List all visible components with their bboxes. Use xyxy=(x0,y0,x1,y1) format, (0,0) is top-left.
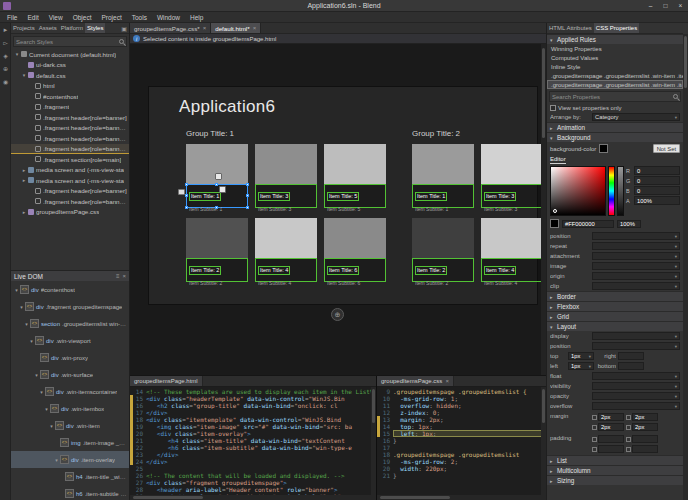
item-overlay[interactable]: Item Title: 2Item Subtitle: 2 xyxy=(186,258,248,282)
code-horizontal-scrollbar[interactable] xyxy=(377,495,546,500)
property-input[interactable]: 1px▾ xyxy=(568,352,594,360)
item-tile[interactable]: Item Title: 1Item Subtitle: 1 xyxy=(186,144,248,208)
styles-tree-item[interactable]: .fragment header[role=banner] xyxy=(11,186,129,197)
live-dom-item[interactable]: <>h4.item-title _win_bind2 xyxy=(11,468,129,485)
applied-rule-item[interactable]: .groupeditemspage .groupeditemslist .win… xyxy=(547,80,683,89)
code-line[interactable]: 21 <h4 class="item-title" data-win-bind=… xyxy=(130,437,376,444)
chevron-down-icon[interactable]: ▾ xyxy=(33,372,40,378)
scrollbar-thumb[interactable] xyxy=(542,48,545,138)
item-tile[interactable]: Item Title: 2Item Subtitle: 2 xyxy=(412,218,474,282)
scrollbar-thumb[interactable] xyxy=(684,36,687,88)
property-dropdown[interactable]: ▾ xyxy=(592,342,680,350)
menu-item-file[interactable]: File xyxy=(2,14,22,21)
editor-subtab[interactable]: Editor xyxy=(550,156,566,164)
section-grid[interactable]: ▸Grid xyxy=(547,311,683,321)
selection-handle[interactable] xyxy=(215,183,218,186)
styles-tree-item[interactable]: .fragment section[role=main] xyxy=(11,154,129,165)
property-input[interactable]: 1px▾ xyxy=(568,362,594,370)
menu-item-view[interactable]: View xyxy=(44,14,68,21)
group-title[interactable]: Group Title: 1 xyxy=(186,129,386,138)
channel-input[interactable]: 100% xyxy=(634,196,680,205)
not-set-button[interactable]: Not Set xyxy=(653,144,680,153)
selection-handle[interactable] xyxy=(246,183,249,186)
tab-projects[interactable]: Projects xyxy=(11,23,37,33)
item-tile[interactable]: Item Title: 6Item Subtitle: 6 xyxy=(324,218,386,282)
selection-handle[interactable] xyxy=(185,194,188,197)
code-horizontal-scrollbar[interactable] xyxy=(130,495,376,500)
item-overlay[interactable]: Item Title: 3Item Subtitle: 3 xyxy=(255,184,317,208)
applied-rule-item[interactable]: Winning Properties xyxy=(547,44,683,53)
section-animation[interactable]: ▸Animation xyxy=(547,122,683,132)
item-tile[interactable]: Item Title: 3Item Subtitle: 3 xyxy=(481,144,543,208)
code-pane-tab[interactable]: groupedItemsPage.html xyxy=(130,376,203,386)
color-selector-dot[interactable] xyxy=(553,209,557,213)
hue-slider[interactable] xyxy=(608,166,615,216)
code-line[interactable]: 21} xyxy=(377,472,546,479)
property-input[interactable]: 2px xyxy=(598,413,624,421)
tab-assets[interactable]: Assets xyxy=(37,23,59,33)
applied-rule-item[interactable]: Inline Style xyxy=(547,62,683,71)
section-sizing[interactable]: ▸Sizing xyxy=(547,475,683,485)
panel-menu-icon[interactable]: ≡ xyxy=(116,273,120,279)
code-line[interactable]: 25 xyxy=(130,465,376,472)
code-line[interactable]: 22 <h6 class="item-subtitle" data-win-bi… xyxy=(130,444,376,451)
selection-handle[interactable] xyxy=(246,194,249,197)
code-line[interactable]: 28 <header aria-label="Header content" r… xyxy=(130,486,376,493)
item-tile[interactable]: Item Title: 4Item Subtitle: 4 xyxy=(255,218,317,282)
property-input[interactable] xyxy=(632,435,658,443)
item-overlay[interactable]: Item Title: 1Item Subtitle: 1 xyxy=(186,184,248,208)
property-dropdown[interactable]: ▾ xyxy=(592,272,680,280)
design-surface[interactable]: Application6 Group Title: 1Item Title: 1… xyxy=(148,86,538,305)
property-dropdown[interactable]: ▾ xyxy=(592,252,680,260)
code-line[interactable]: 16} xyxy=(377,437,546,444)
item-overlay[interactable]: Item Title: 4Item Subtitle: 4 xyxy=(481,258,543,282)
property-input[interactable] xyxy=(632,445,658,453)
code-line[interactable]: 9.groupeditemspage .groupeditemslist { xyxy=(377,388,546,395)
property-dropdown[interactable]: ▾ xyxy=(592,262,680,270)
saturation-square[interactable] xyxy=(550,166,606,216)
styles-tree-item[interactable]: ▸groupedItemsPage.css xyxy=(11,207,129,218)
item-overlay[interactable]: Item Title: 1Item Subtitle: 1 xyxy=(412,184,474,208)
code-line[interactable]: 15 left: 1px; xyxy=(377,430,546,437)
pan-tool-icon[interactable]: ◈ xyxy=(0,49,11,62)
code-pane-tab[interactable]: groupedItemsPage.css × xyxy=(377,376,454,386)
live-dom-item[interactable]: <>div.win-proxy xyxy=(11,349,129,366)
section-multicolumn[interactable]: ▸Multicolumn xyxy=(547,465,683,475)
applied-rules-header[interactable]: ▾ Applied Rules xyxy=(547,34,683,44)
document-tab[interactable]: groupedItemsPage.css*× xyxy=(130,23,211,33)
maximize-button[interactable]: □ xyxy=(658,0,673,11)
tab-html-attributes[interactable]: HTML Attributes xyxy=(547,23,594,33)
item-tile[interactable]: Item Title: 5Item Subtitle: 5 xyxy=(324,144,386,208)
item-overlay[interactable]: Item Title: 6Item Subtitle: 6 xyxy=(324,258,386,282)
property-input[interactable]: 2px xyxy=(598,423,624,431)
applied-rule-item[interactable]: Computed Values xyxy=(547,53,683,62)
menu-item-tools[interactable]: Tools xyxy=(127,14,152,21)
item-overlay[interactable]: Item Title: 2Item Subtitle: 2 xyxy=(412,258,474,282)
menu-item-project[interactable]: Project xyxy=(96,14,126,21)
layout-section-header[interactable]: ▾ Layout xyxy=(547,321,683,331)
chevron-down-icon[interactable]: ▾ xyxy=(13,287,20,293)
section-flexbox[interactable]: ▸Flexbox xyxy=(547,301,683,311)
styles-search-input[interactable] xyxy=(16,39,118,45)
live-dom-item[interactable]: ▾<>div#contenthost xyxy=(11,281,129,298)
chevron-down-icon[interactable]: ▾ xyxy=(28,338,35,344)
close-icon[interactable]: × xyxy=(253,25,257,31)
property-input[interactable]: 2px xyxy=(632,413,658,421)
chevron-down-icon[interactable]: ▾ xyxy=(38,389,45,395)
code-line[interactable]: 20 <div class="item-overlay"> xyxy=(130,430,376,437)
code-line[interactable]: 23 </div> xyxy=(130,451,376,458)
code-line[interactable]: 16 <h2 class="group-title" data-win-bind… xyxy=(130,402,376,409)
property-input[interactable] xyxy=(598,445,624,453)
channel-input[interactable]: 0 xyxy=(634,166,680,175)
close-icon[interactable]: × xyxy=(203,25,207,31)
properties-search-input[interactable] xyxy=(552,94,672,100)
styles-tree-item[interactable]: .fragment header[role=banner] .titl xyxy=(11,133,129,144)
arrange-by-dropdown[interactable]: Category ▾ xyxy=(592,113,680,121)
styles-tree-item[interactable]: ▸media screen and (-ms-view-sta xyxy=(11,165,129,176)
property-dropdown[interactable]: ▾ xyxy=(592,402,680,410)
code-line[interactable]: 20 width: 220px; xyxy=(377,465,546,472)
code-line[interactable]: 10 -ms-grid-row: 1; xyxy=(377,395,546,402)
code-line[interactable]: 12 z-index: 0; xyxy=(377,409,546,416)
live-dom-item[interactable]: ▾<>div.win-item xyxy=(11,417,129,434)
chevron-down-icon[interactable]: ▾ xyxy=(43,406,50,412)
